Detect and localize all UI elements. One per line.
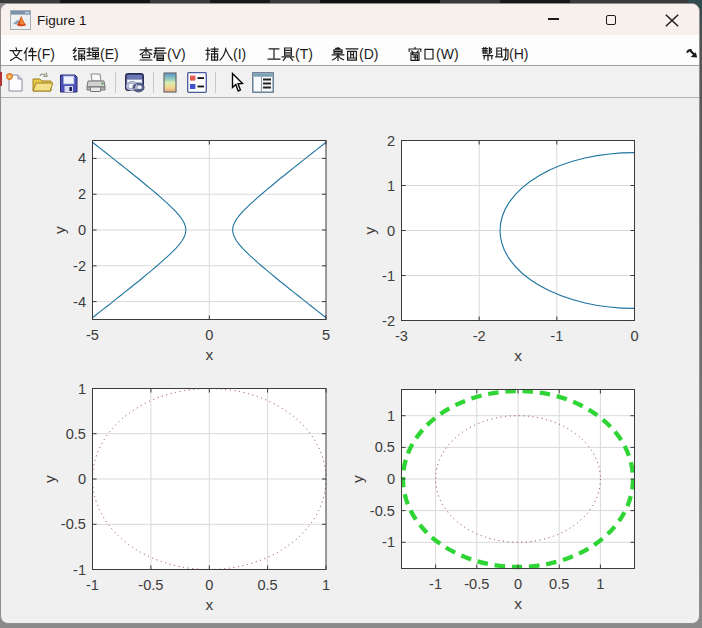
svg-text:0: 0 (387, 471, 395, 487)
svg-text:5: 5 (322, 327, 330, 343)
svg-text:0: 0 (205, 577, 213, 593)
svg-text:-5: -5 (86, 327, 99, 343)
svg-text:2: 2 (387, 133, 395, 149)
svg-text:-0.5: -0.5 (138, 577, 163, 593)
svg-text:-1: -1 (429, 576, 442, 592)
svg-text:0.5: 0.5 (549, 576, 569, 592)
svg-text:0.5: 0.5 (257, 577, 277, 593)
svg-text:2: 2 (78, 186, 86, 202)
svg-text:-2: -2 (73, 258, 86, 274)
svg-text:-0.5: -0.5 (61, 516, 86, 532)
svg-text:1: 1 (78, 381, 86, 397)
svg-text:1: 1 (387, 408, 395, 424)
svg-text:0: 0 (514, 576, 522, 592)
svg-text:-1: -1 (86, 577, 99, 593)
svg-text:x: x (514, 595, 522, 612)
svg-text:4: 4 (78, 150, 86, 166)
svg-text:-2: -2 (382, 313, 395, 329)
svg-text:0: 0 (630, 328, 638, 344)
svg-text:x: x (514, 347, 522, 364)
svg-text:-1: -1 (550, 328, 563, 344)
svg-text:1: 1 (322, 577, 330, 593)
svg-text:y: y (349, 475, 366, 483)
svg-text:-2: -2 (473, 328, 486, 344)
svg-text:x: x (205, 596, 213, 613)
svg-text:y: y (41, 475, 58, 483)
svg-text:-1: -1 (382, 534, 395, 550)
svg-text:0: 0 (78, 471, 86, 487)
svg-text:y: y (51, 226, 68, 234)
svg-text:-0.5: -0.5 (464, 576, 489, 592)
svg-text:0: 0 (205, 327, 213, 343)
svg-text:0: 0 (387, 223, 395, 239)
svg-text:-0.5: -0.5 (370, 503, 395, 519)
svg-text:x: x (205, 346, 213, 363)
svg-text:0.5: 0.5 (66, 426, 86, 442)
svg-text:y: y (361, 226, 378, 234)
svg-text:-4: -4 (73, 294, 86, 310)
svg-text:-1: -1 (73, 562, 86, 578)
svg-text:1: 1 (387, 178, 395, 194)
svg-text:0: 0 (78, 222, 86, 238)
svg-text:1: 1 (596, 576, 604, 592)
svg-text:-3: -3 (395, 328, 408, 344)
svg-text:-1: -1 (382, 268, 395, 284)
svg-text:0.5: 0.5 (375, 439, 395, 455)
